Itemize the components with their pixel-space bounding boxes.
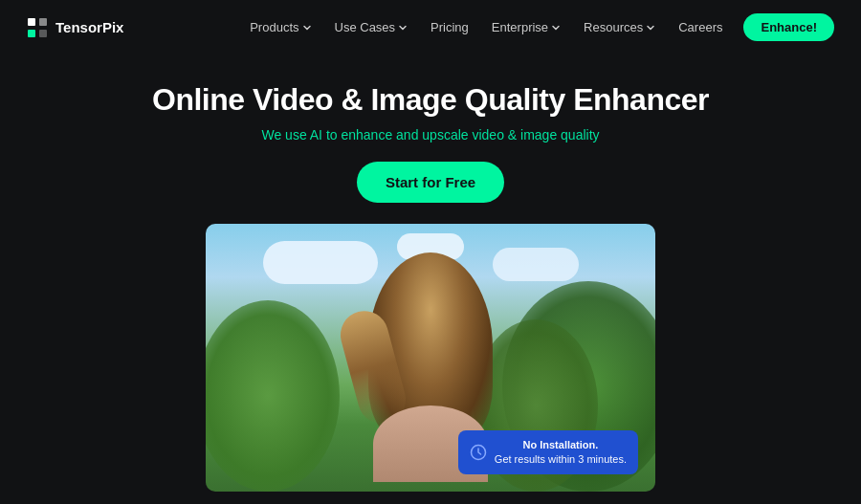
chevron-down-icon [398,23,408,33]
badge-text: No Installation. Get results within 3 mi… [495,438,627,468]
hero-subtitle: We use AI to enhance and upscale video &… [261,127,599,142]
tree-left [206,300,340,492]
chevron-down-icon [302,23,312,33]
nav-item-use-cases[interactable]: Use Cases [325,14,418,40]
navbar: TensorPix Products Use Cases Pricing Ent… [0,0,861,55]
hero-title: Online Video & Image Quality Enhancer [152,81,709,118]
start-for-free-button[interactable]: Start for Free [357,162,504,203]
logo[interactable]: TensorPix [27,17,123,38]
nav-item-resources[interactable]: Resources [574,14,665,40]
nav-links: Products Use Cases Pricing Enterprise Re… [240,13,834,41]
chevron-down-icon [551,23,561,33]
nav-item-careers[interactable]: Careers [669,14,732,40]
video-preview: No Installation. Get results within 3 mi… [206,224,655,492]
nav-item-enterprise[interactable]: Enterprise [482,14,570,40]
nav-item-products[interactable]: Products [240,14,320,40]
chevron-down-icon [646,23,655,33]
nav-item-pricing[interactable]: Pricing [421,14,478,40]
hero-section: Online Video & Image Quality Enhancer We… [0,55,861,492]
enhance-button[interactable]: Enhance! [743,13,834,41]
svg-rect-3 [39,30,47,37]
clock-icon [470,444,487,461]
logo-text: TensorPix [55,19,123,35]
svg-rect-1 [28,30,35,37]
svg-rect-0 [28,18,35,26]
svg-rect-2 [39,18,47,26]
logo-icon [27,17,48,38]
no-installation-badge: No Installation. Get results within 3 mi… [458,430,638,475]
